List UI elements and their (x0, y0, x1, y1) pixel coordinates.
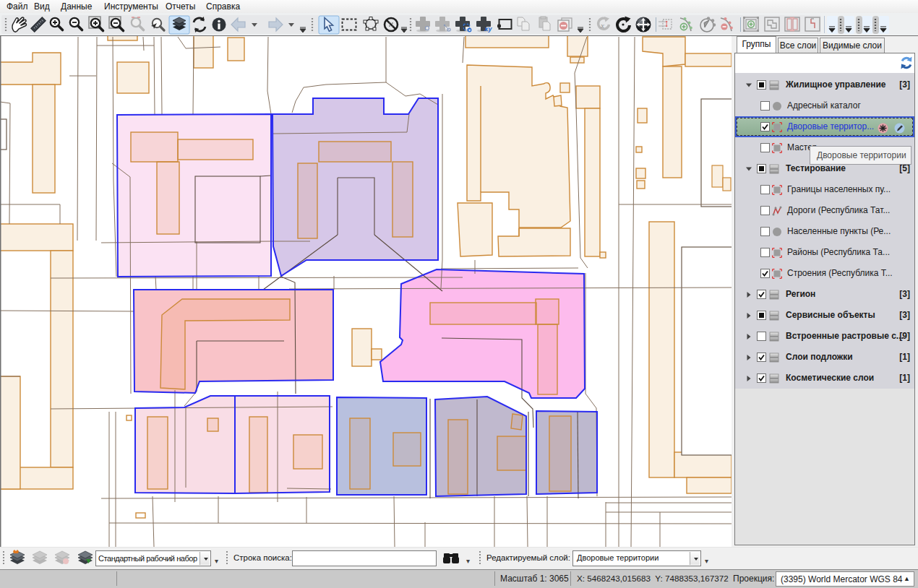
svg-text:x: x (600, 21, 604, 30)
svg-text:xy: xy (484, 25, 493, 33)
